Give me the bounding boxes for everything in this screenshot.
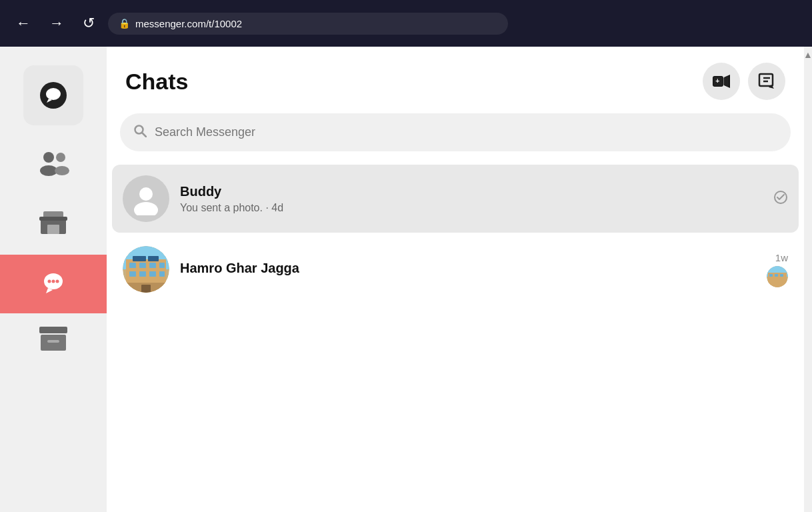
browser-toolbar: ← → ↺ 🔒 messenger.com/t/10002 — [0, 0, 812, 47]
svg-rect-49 — [148, 256, 159, 261]
svg-point-31 — [139, 187, 153, 201]
search-input[interactable] — [155, 125, 777, 139]
svg-rect-9 — [47, 225, 59, 234]
svg-rect-45 — [159, 271, 165, 277]
sidebar — [0, 47, 107, 512]
svg-rect-55 — [775, 274, 778, 277]
svg-line-30 — [142, 133, 146, 137]
svg-rect-48 — [133, 256, 146, 261]
chat-bubble-icon — [23, 65, 83, 125]
sidebar-item-people[interactable] — [0, 137, 107, 194]
refresh-button[interactable]: ↺ — [77, 12, 100, 35]
new-chat-button[interactable] — [748, 63, 785, 100]
svg-rect-41 — [159, 263, 165, 268]
new-video-call-button[interactable]: + — [703, 63, 740, 100]
search-bar — [120, 113, 791, 151]
svg-rect-39 — [139, 263, 146, 268]
people-icon — [37, 149, 70, 182]
chat-item-hamro-ghar-jagga[interactable]: Hamro Ghar Jagga 1w — [112, 235, 799, 303]
svg-rect-56 — [780, 274, 783, 277]
address-bar[interactable]: 🔒 messenger.com/t/10002 — [108, 13, 508, 35]
page-title: Chats — [125, 69, 188, 95]
svg-rect-10 — [39, 217, 67, 221]
svg-point-14 — [52, 280, 55, 283]
svg-rect-43 — [139, 271, 146, 277]
url-display: messenger.com/t/10002 — [135, 18, 242, 29]
svg-rect-44 — [149, 271, 156, 277]
lock-icon: 🔒 — [119, 18, 130, 29]
svg-marker-24 — [723, 75, 729, 87]
svg-rect-42 — [129, 271, 136, 277]
chat-list: Buddy You sent a photo. · 4d — [107, 165, 804, 512]
chat-meta-hamro: 1w — [767, 252, 788, 287]
app-container: Chats + — [0, 47, 812, 512]
sidebar-item-archive[interactable] — [0, 313, 107, 370]
svg-rect-40 — [149, 263, 156, 268]
sidebar-item-messages-active[interactable] — [0, 255, 107, 313]
svg-point-5 — [56, 153, 65, 162]
avatar-hamro-ghar-jagga — [123, 246, 169, 293]
chat-name-hamro: Hamro Ghar Jagga — [180, 261, 756, 276]
svg-text:+: + — [715, 77, 719, 85]
scrollbar[interactable]: ▲ — [804, 47, 812, 512]
chat-preview-buddy: You sent a photo. · 4d — [180, 202, 763, 214]
header-actions: + — [703, 63, 785, 100]
svg-rect-16 — [39, 327, 67, 333]
messages-active-icon — [37, 267, 69, 301]
chat-item-buddy[interactable]: Buddy You sent a photo. · 4d — [112, 165, 799, 233]
svg-rect-18 — [47, 340, 59, 343]
marketplace-icon — [38, 206, 69, 243]
read-check-icon — [773, 190, 788, 208]
forward-button[interactable]: → — [44, 12, 69, 35]
back-button[interactable]: ← — [11, 12, 36, 35]
chat-header: Chats + — [107, 47, 804, 113]
chat-panel: Chats + — [107, 47, 804, 512]
svg-point-1 — [46, 88, 61, 100]
svg-point-32 — [134, 202, 158, 215]
sidebar-item-chats[interactable] — [0, 53, 107, 137]
svg-rect-38 — [129, 263, 136, 268]
svg-point-15 — [56, 280, 59, 283]
chat-info-buddy: Buddy You sent a photo. · 4d — [180, 184, 763, 214]
search-icon — [133, 124, 147, 141]
chat-time-hamro: 1w — [775, 252, 788, 263]
search-container — [107, 113, 804, 165]
avatar-buddy — [123, 175, 169, 222]
sidebar-item-marketplace[interactable] — [0, 194, 107, 255]
svg-point-3 — [43, 152, 54, 163]
svg-rect-54 — [769, 274, 773, 277]
archive-icon — [38, 325, 69, 358]
svg-rect-47 — [141, 285, 151, 293]
chat-name-buddy: Buddy — [180, 184, 763, 199]
chat-info-hamro: Hamro Ghar Jagga — [180, 261, 756, 279]
svg-rect-26 — [759, 74, 773, 86]
svg-point-6 — [55, 166, 69, 175]
svg-point-13 — [48, 280, 51, 283]
chat-meta-buddy — [773, 190, 788, 208]
